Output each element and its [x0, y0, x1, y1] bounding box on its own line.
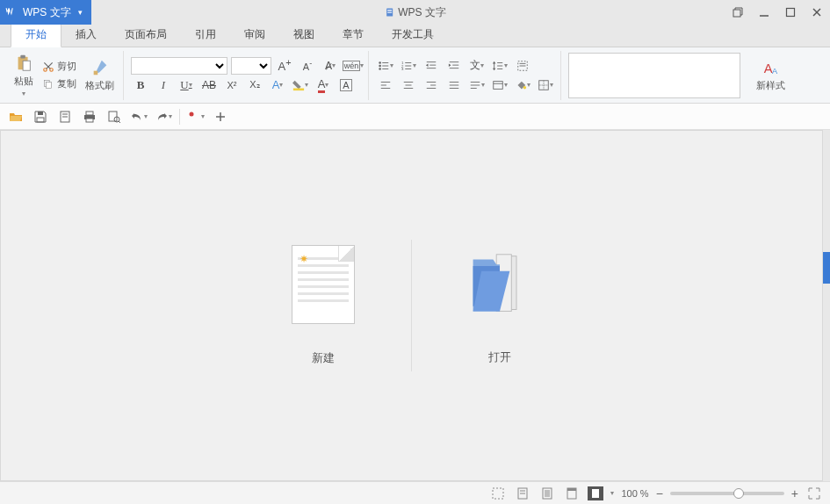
tab-developer[interactable]: 开发工具: [378, 23, 448, 47]
align-right-button[interactable]: [422, 76, 441, 94]
tab-references[interactable]: 引用: [181, 23, 230, 47]
view-outline-button[interactable]: [538, 485, 556, 502]
zoom-out-button[interactable]: −: [656, 486, 663, 500]
app-menu[interactable]: WPS 文字 ▾: [0, 0, 91, 25]
zoom-slider[interactable]: [670, 492, 784, 495]
view-reading-button[interactable]: [588, 486, 603, 500]
decrease-indent-button[interactable]: [422, 57, 441, 75]
align-distribute-button[interactable]: ▾: [467, 76, 487, 94]
paint-bucket-icon: [515, 79, 527, 91]
format-paint-quick-button[interactable]: ▾: [187, 108, 205, 126]
align-center-button[interactable]: [399, 76, 418, 94]
line-spacing-button[interactable]: ▾: [490, 57, 509, 75]
app-name: WPS 文字: [23, 5, 71, 20]
start-screen: ✷ 新建 打开: [0, 130, 823, 481]
svg-text:3: 3: [401, 67, 404, 71]
minimize-button[interactable]: [751, 0, 777, 25]
print-icon: [83, 110, 97, 124]
svg-point-24: [379, 68, 381, 70]
paste-icon: [14, 54, 33, 73]
view-fullscreen-button[interactable]: [489, 485, 507, 502]
style-gallery[interactable]: [568, 53, 740, 98]
open-button[interactable]: [7, 108, 25, 126]
decrease-font-button[interactable]: A-: [298, 57, 317, 75]
svg-rect-69: [37, 118, 44, 122]
font-color-button[interactable]: A▾: [314, 76, 333, 94]
tab-insert[interactable]: 插入: [61, 23, 111, 47]
shading-button[interactable]: ▾: [513, 76, 532, 94]
align-left-button[interactable]: [376, 76, 395, 94]
format-painter-button[interactable]: 格式刷: [82, 56, 118, 94]
svg-rect-84: [493, 488, 503, 499]
svg-rect-19: [293, 88, 304, 90]
close-button[interactable]: [804, 0, 830, 25]
window-title: WPS 文字: [384, 5, 446, 20]
right-panel-toggle[interactable]: [823, 252, 830, 284]
maximize-button[interactable]: [777, 0, 804, 25]
highlight-button[interactable]: ▾: [291, 76, 310, 94]
new-style-button[interactable]: AA 新样式: [753, 56, 789, 94]
zoom-in-button[interactable]: +: [791, 486, 798, 500]
ribbon-tabs: 开始 插入 页面布局 引用 审阅 视图 章节 开发工具: [0, 25, 830, 47]
font-family-select[interactable]: [131, 57, 227, 75]
view-web-button[interactable]: [563, 485, 581, 502]
redo-button[interactable]: ▾: [155, 108, 172, 126]
new-document-card[interactable]: ✷ 新建: [235, 245, 411, 366]
tab-review[interactable]: 审阅: [230, 23, 279, 47]
save-button[interactable]: [32, 108, 49, 126]
bold-button[interactable]: B: [131, 76, 150, 94]
svg-rect-88: [543, 488, 552, 499]
show-marks-button[interactable]: [513, 57, 532, 75]
svg-rect-68: [38, 112, 43, 115]
superscript-button[interactable]: X²: [222, 76, 242, 94]
svg-rect-18: [93, 71, 97, 76]
strikethrough-button[interactable]: AB: [199, 76, 219, 94]
tab-section[interactable]: 章节: [328, 23, 378, 47]
page-icon: [58, 110, 72, 124]
underline-button[interactable]: U▾: [177, 76, 196, 94]
undo-button[interactable]: ▾: [130, 108, 148, 126]
tab-home[interactable]: 开始: [11, 22, 61, 47]
print-button[interactable]: [81, 108, 98, 126]
plus-icon: [213, 110, 227, 124]
fit-page-button[interactable]: [805, 485, 823, 502]
restore-up-button[interactable]: [725, 0, 751, 25]
paste-button[interactable]: 粘贴▾: [11, 52, 37, 99]
add-quick-button[interactable]: [212, 108, 229, 126]
font-size-select[interactable]: [231, 57, 271, 75]
font-group: A+ A- A̷▾ wén▾ B I U▾ AB X² X₂ A▾ ▾ A▾ A: [126, 51, 369, 100]
export-pdf-button[interactable]: [56, 108, 74, 126]
folder-open-icon: [9, 110, 23, 124]
styles-group: AA 新样式: [747, 51, 794, 100]
tab-view[interactable]: 视图: [279, 23, 328, 47]
ribbon: 粘贴▾ 剪切 复制 格式刷 A+ A- A̷▾ wén▾ B I U▾ AB: [0, 47, 830, 104]
increase-font-button[interactable]: A+: [275, 57, 294, 75]
tab-page-layout[interactable]: 页面布局: [111, 23, 181, 47]
text-direction-button[interactable]: 文▾: [467, 57, 487, 75]
svg-rect-4: [733, 10, 740, 17]
svg-rect-1: [387, 10, 392, 11]
text-effects-button[interactable]: A▾: [268, 76, 287, 94]
svg-rect-3: [387, 12, 392, 13]
bullets-button[interactable]: ▾: [376, 57, 395, 75]
numbering-button[interactable]: 123▾: [399, 57, 418, 75]
character-border-button[interactable]: A: [336, 76, 356, 94]
view-page-button[interactable]: [514, 485, 531, 502]
svg-point-22: [379, 64, 381, 67]
align-justify-button[interactable]: [444, 76, 464, 94]
svg-text:A: A: [771, 67, 777, 76]
tab-settings-button[interactable]: ▾: [490, 76, 509, 94]
increase-indent-button[interactable]: [444, 57, 464, 75]
phonetic-guide-button[interactable]: wén▾: [343, 57, 363, 75]
open-document-card[interactable]: 打开: [412, 246, 588, 365]
borders-button[interactable]: ▾: [536, 76, 555, 94]
zoom-level[interactable]: 100 %: [621, 488, 648, 499]
wps-logo-icon: [5, 6, 18, 18]
cut-button[interactable]: 剪切: [40, 59, 78, 74]
subscript-button[interactable]: X₂: [245, 76, 264, 94]
italic-button[interactable]: I: [154, 76, 173, 94]
view-dropdown[interactable]: ▾: [610, 489, 614, 497]
print-preview-button[interactable]: [105, 108, 123, 126]
copy-button[interactable]: 复制: [40, 76, 78, 91]
change-case-button[interactable]: A̷▾: [321, 57, 340, 75]
